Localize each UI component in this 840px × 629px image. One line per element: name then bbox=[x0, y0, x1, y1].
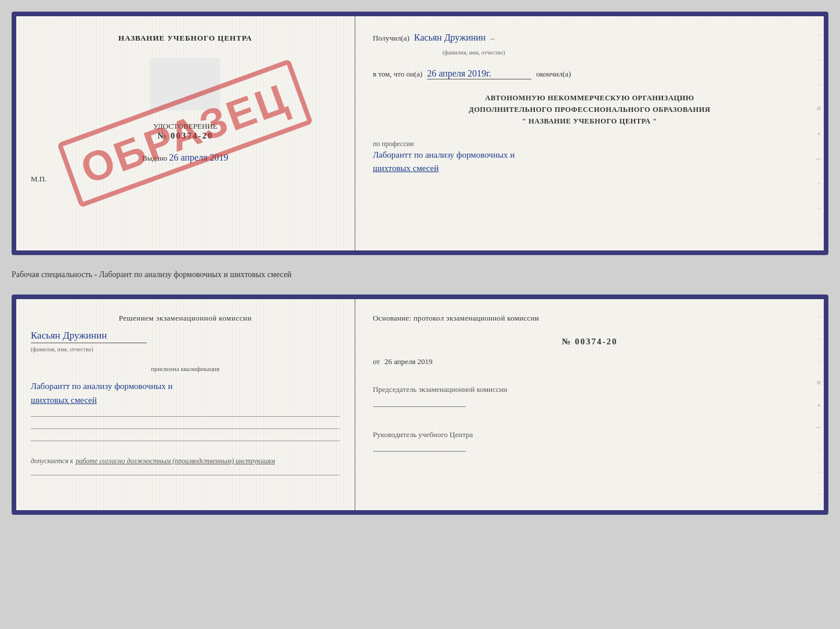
side-char-5: – bbox=[816, 180, 821, 186]
chairman-block: Председатель экзаменационной комиссии bbox=[373, 384, 806, 409]
side-char-а: а bbox=[816, 130, 821, 136]
b-side-char-4: «– bbox=[816, 424, 821, 430]
допуск-block: допускается к работе согласно должностны… bbox=[31, 455, 340, 466]
director-label: Руководитель учебного Центра bbox=[373, 429, 806, 441]
page-wrapper: НАЗВАНИЕ УЧЕБНОГО ЦЕНТРА УДОСТОВЕРЕНИЕ №… bbox=[12, 12, 828, 515]
bottom-name: Касьян Дружинин bbox=[31, 330, 147, 343]
director-block: Руководитель учебного Центра bbox=[373, 429, 806, 455]
cert-photo-placeholder bbox=[150, 58, 220, 110]
separator-line-1 bbox=[31, 416, 340, 417]
profession-block: по профессии Лаборантт по анализу формов… bbox=[373, 140, 806, 174]
side-char-1: – bbox=[816, 31, 821, 37]
cert-label: УДОСТОВЕРЕНИЕ bbox=[153, 122, 218, 131]
middle-specialty-text: Рабочая специальность - Лаборант по анал… bbox=[12, 266, 828, 284]
b-side-char-2: – bbox=[816, 335, 821, 341]
separator-line-2 bbox=[31, 428, 340, 429]
b-side-char-7: – bbox=[816, 490, 821, 496]
chairman-signature-line bbox=[373, 395, 466, 407]
chairman-label: Председатель экзаменационной комиссии bbox=[373, 384, 806, 395]
from-label: от bbox=[373, 357, 380, 366]
decision-title: Решением экзаменационной комиссии bbox=[31, 314, 340, 323]
side-char-7: – bbox=[816, 230, 821, 235]
fio-sub-label-top: (фамилия, имя, отчество) bbox=[443, 49, 505, 56]
org-line2: ДОПОЛНИТЕЛЬНОГО ПРОФЕССИОНАЛЬНОГО ОБРАЗО… bbox=[373, 104, 806, 115]
org-line1: АВТОНОМНУЮ НЕКОММЕРЧЕСКУЮ ОРГАНИЗАЦИЮ bbox=[373, 92, 806, 104]
bottom-document-card: Решением экзаменационной комиссии Касьян… bbox=[12, 294, 828, 515]
b-side-char-5: – bbox=[816, 446, 821, 452]
profession-line1: Лаборантт по анализу формовочных и bbox=[373, 148, 806, 162]
side-char-4: «– bbox=[816, 155, 821, 161]
qualification-label: присвоена квалификация bbox=[31, 365, 340, 372]
b-side-char-3: – bbox=[816, 358, 821, 363]
org-line3: " НАЗВАНИЕ УЧЕБНОГО ЦЕНТРА " bbox=[373, 115, 806, 127]
top-left-panel: НАЗВАНИЕ УЧЕБНОГО ЦЕНТРА УДОСТОВЕРЕНИЕ №… bbox=[16, 16, 356, 250]
basis-label: Основание: протокол экзаменационной коми… bbox=[373, 314, 806, 323]
completed-suffix: окончил(а) bbox=[536, 70, 571, 79]
issued-date: 26 апреля 2019 bbox=[169, 152, 229, 162]
fio-sub-label-bottom: (фамилия, имя, отчество) bbox=[31, 346, 93, 352]
mp-label: М.П. bbox=[31, 174, 46, 184]
допуск-text: работе согласно должностным (производств… bbox=[75, 457, 275, 465]
bottom-profession-line1: Лаборантт по анализу формовочных и bbox=[31, 379, 340, 393]
b-side-char-1: – bbox=[816, 313, 821, 319]
b-side-char-а: а bbox=[816, 402, 821, 408]
profession-line2: шихтовых смесей bbox=[373, 162, 806, 175]
side-char-6: – bbox=[816, 205, 821, 210]
org-block: АВТОНОМНУЮ НЕКОММЕРЧЕСКУЮ ОРГАНИЗАЦИЮ ДО… bbox=[373, 92, 806, 127]
received-row: Получил(а) Касьян Дружинин – bbox=[373, 32, 806, 43]
b-side-char-6: – bbox=[816, 468, 821, 474]
bottom-right-panel: Основание: протокол экзаменационной коми… bbox=[356, 299, 824, 510]
completed-prefix: в том, что он(а) bbox=[373, 70, 423, 79]
issued-label: Выдано bbox=[142, 154, 167, 162]
bottom-left-panel: Решением экзаменационной комиссии Касьян… bbox=[16, 299, 356, 510]
side-char-2: – bbox=[816, 56, 821, 62]
bottom-name-row: Касьян Дружинин (фамилия, имя, отчество) bbox=[31, 330, 340, 354]
protocol-number: № 00374-20 bbox=[373, 337, 806, 347]
top-right-panel: Получил(а) Касьян Дружинин – (фамилия, и… bbox=[356, 16, 824, 250]
school-title-top: НАЗВАНИЕ УЧЕБНОГО ЦЕНТРА bbox=[118, 34, 252, 43]
from-date-row: от 26 апреля 2019 bbox=[373, 357, 806, 366]
side-char-3: – bbox=[816, 81, 821, 87]
completed-row: в том, что он(а) 26 апреля 2019г. окончи… bbox=[373, 68, 806, 79]
side-char-и: И bbox=[816, 106, 821, 111]
dash-label: – bbox=[490, 34, 494, 43]
received-name: Касьян Дружинин bbox=[414, 32, 486, 43]
bottom-profession-block: Лаборантт по анализу формовочных и шихто… bbox=[31, 379, 340, 407]
bottom-profession-line2: шихтовых смесей bbox=[31, 393, 340, 407]
top-document-card: НАЗВАНИЕ УЧЕБНОГО ЦЕНТРА УДОСТОВЕРЕНИЕ №… bbox=[12, 12, 828, 255]
cert-number: № 00374-20 bbox=[157, 131, 213, 141]
separator-line-3 bbox=[31, 441, 340, 441]
profession-label: по профессии bbox=[373, 140, 806, 148]
from-date: 26 апреля 2019 bbox=[385, 357, 433, 366]
completed-date: 26 апреля 2019г. bbox=[427, 68, 531, 79]
cert-issued-row: Выдано 26 апреля 2019 bbox=[142, 152, 228, 163]
received-label: Получил(а) bbox=[373, 34, 410, 43]
допуск-label: допускается к bbox=[31, 457, 73, 465]
director-signature-line bbox=[373, 440, 466, 452]
b-side-char-и: И bbox=[816, 380, 821, 386]
separator-line-4 bbox=[31, 475, 340, 475]
